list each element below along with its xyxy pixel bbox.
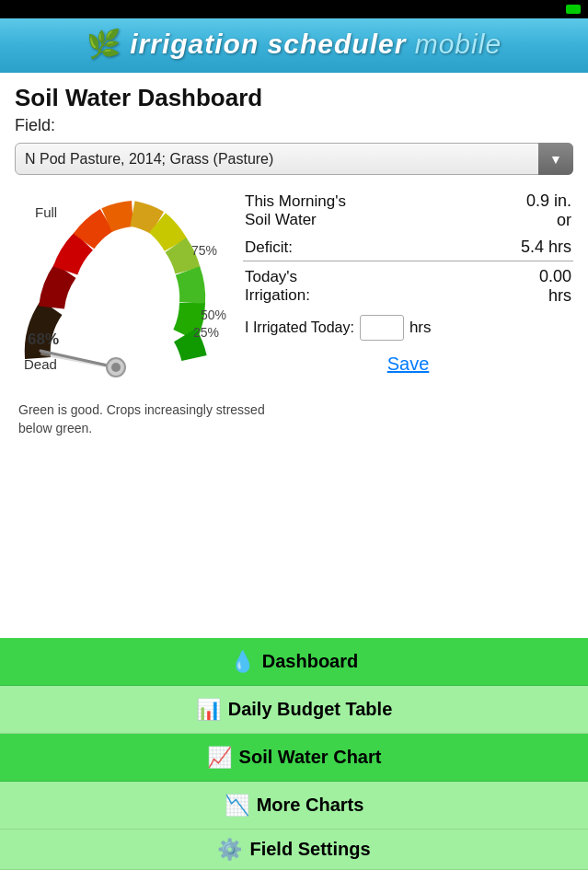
gauge-label-75: 75% <box>191 243 217 258</box>
info-table: This Morning's Soil Water 0.9 in. or Def… <box>243 188 573 378</box>
morning-row: This Morning's Soil Water 0.9 in. or <box>243 188 573 234</box>
deficit-value: 5.4 hrs <box>461 234 573 261</box>
battery-icon <box>566 5 581 14</box>
save-button[interactable]: Save <box>245 354 571 375</box>
main-content: Soil Water Dashboard Field: N Pod Pastur… <box>0 73 588 870</box>
field-settings-label: Field Settings <box>249 839 370 860</box>
info-panel: This Morning's Soil Water 0.9 in. or Def… <box>236 188 573 378</box>
status-bar <box>0 0 588 18</box>
dashboard-icon: 💧 <box>230 650 255 674</box>
gauge-label-50: 50% <box>201 308 226 322</box>
save-row: Save <box>243 344 573 378</box>
app-header: 🌿 irrigation scheduler mobile <box>0 18 588 73</box>
irrigated-label: I Irrigated Today: <box>245 319 354 336</box>
page-title: Soil Water Dashboard <box>15 84 573 112</box>
app-title: 🌿 irrigation scheduler mobile <box>86 28 502 60</box>
morning-value: 0.9 in. or <box>461 188 573 234</box>
irrigated-unit: hrs <box>409 319 432 337</box>
deficit-label: Deficit: <box>243 234 461 261</box>
deficit-row: Deficit: 5.4 hrs <box>243 234 573 261</box>
irrigated-today-cell: I Irrigated Today: hrs <box>243 309 573 344</box>
irrigated-today-row: I Irrigated Today: hrs <box>243 309 573 344</box>
soil-water-chart-icon: 📈 <box>207 746 232 770</box>
gauge-current-percent: 68% <box>28 331 59 349</box>
svg-point-3 <box>111 363 121 372</box>
field-select[interactable]: N Pod Pasture, 2014; Grass (Pasture) <box>15 143 573 175</box>
todays-irrigation-value: 0.00 hrs <box>461 261 573 310</box>
field-label: Field: <box>15 116 573 135</box>
gauge-label-dead: Dead <box>24 356 57 372</box>
nav-daily-budget-button[interactable]: 📊 Daily Budget Table <box>0 686 588 734</box>
more-charts-icon: 📉 <box>225 794 249 818</box>
drop-icon-left: 🌿 <box>86 29 121 59</box>
nav-dashboard-button[interactable]: 💧 Dashboard <box>0 638 588 686</box>
todays-irrigation-label: Today's Irrigation: <box>243 261 461 310</box>
field-selector-wrapper[interactable]: N Pod Pasture, 2014; Grass (Pasture) <box>15 143 573 175</box>
gauge-label-full: Full <box>35 204 57 220</box>
divider-row: Today's Irrigation: 0.00 hrs <box>243 261 573 310</box>
daily-budget-icon: 📊 <box>196 698 221 722</box>
gauge-label-25: 25% <box>193 325 219 340</box>
nav-buttons: 💧 Dashboard 📊 Daily Budget Table 📈 Soil … <box>0 638 588 870</box>
more-charts-label: More Charts <box>257 795 364 816</box>
gauge-container: Full <box>15 188 236 400</box>
nav-more-charts-button[interactable]: 📉 More Charts <box>0 782 588 830</box>
nav-field-settings-button[interactable]: ⚙️ Field Settings <box>0 830 588 870</box>
soil-water-chart-label: Soil Water Chart <box>239 747 382 768</box>
daily-budget-label: Daily Budget Table <box>228 699 393 720</box>
irrigated-input[interactable] <box>360 315 404 341</box>
dashboard-area: Full <box>15 188 573 400</box>
gauge-caption: Green is good. Crops increasingly stress… <box>15 401 291 437</box>
morning-label: This Morning's Soil Water <box>243 188 461 234</box>
dashboard-label: Dashboard <box>262 651 358 672</box>
nav-soil-water-chart-button[interactable]: 📈 Soil Water Chart <box>0 734 588 782</box>
field-settings-icon: ⚙️ <box>217 838 242 862</box>
